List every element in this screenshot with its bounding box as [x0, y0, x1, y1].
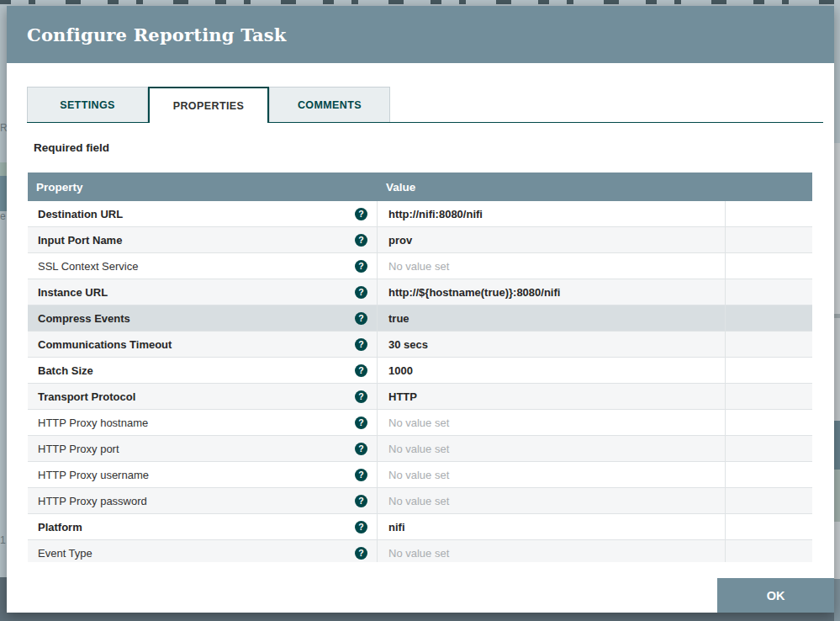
ok-button-label: OK [767, 589, 785, 602]
property-cell: HTTP Proxy username ? [28, 462, 378, 487]
tab-label: COMMENTS [298, 99, 362, 111]
property-cell: Event Type ? [28, 540, 378, 562]
help-icon[interactable]: ? [355, 260, 367, 273]
property-cell: HTTP Proxy password ? [28, 488, 378, 513]
background-text-fragment: 1 [0, 535, 7, 545]
property-name: Transport Protocol [38, 390, 135, 403]
property-cell: Platform ? [28, 514, 378, 539]
property-name: HTTP Proxy username [38, 469, 149, 481]
table-row[interactable]: Event Type ? No value set [28, 540, 812, 562]
background-text-fragment: e [0, 211, 7, 221]
table-row[interactable]: HTTP Proxy username ? No value set [28, 462, 812, 488]
value-cell[interactable]: prov [378, 227, 726, 252]
table-row[interactable]: Communications Timeout ? 30 secs [28, 332, 812, 358]
help-icon[interactable]: ? [355, 286, 367, 299]
value-cell[interactable]: No value set [378, 462, 726, 487]
help-icon[interactable]: ? [355, 417, 367, 429]
properties-table: Property Value Destination URL ? http://… [28, 172, 812, 562]
filler-cell [726, 227, 812, 252]
table-row[interactable]: HTTP Proxy password ? No value set [28, 488, 812, 514]
property-name: Destination URL [38, 208, 123, 220]
property-value: No value set [388, 495, 449, 507]
property-value: No value set [388, 547, 449, 560]
background-fragment [834, 318, 840, 421]
filler-cell [726, 540, 812, 562]
property-cell: Input Port Name ? [28, 227, 378, 252]
tab-properties[interactable]: PROPERTIES [148, 87, 269, 123]
value-cell[interactable]: No value set [378, 410, 726, 435]
background-fragment [834, 470, 840, 522]
property-value: true [388, 312, 409, 325]
table-row[interactable]: Input Port Name ? prov [28, 227, 812, 253]
property-value: nifi [388, 521, 405, 533]
tab-underline [27, 122, 823, 123]
value-cell[interactable]: 1000 [378, 358, 726, 383]
table-row[interactable]: Transport Protocol ? HTTP [28, 384, 812, 410]
value-cell[interactable]: http://nifi:8080/nifi [378, 201, 726, 226]
filler-cell [726, 305, 812, 331]
value-cell[interactable]: 30 secs [378, 332, 726, 357]
filler-cell [726, 488, 812, 513]
table-row[interactable]: Batch Size ? 1000 [28, 358, 812, 384]
column-header-value: Value [378, 181, 726, 194]
property-value: No value set [388, 417, 449, 429]
property-value: 30 secs [388, 338, 428, 351]
help-icon[interactable]: ? [355, 443, 367, 455]
property-cell: Batch Size ? [28, 358, 378, 383]
property-name: Event Type [38, 547, 92, 560]
property-name: Compress Events [38, 312, 130, 325]
help-icon[interactable]: ? [355, 312, 367, 325]
table-row[interactable]: HTTP Proxy hostname ? No value set [28, 410, 812, 436]
property-name: SSL Context Service [38, 260, 138, 273]
property-name: HTTP Proxy port [38, 443, 119, 455]
dialog-header: Configure Reporting Task [7, 6, 834, 63]
help-icon[interactable]: ? [355, 364, 367, 377]
filler-cell [726, 514, 812, 539]
property-cell: HTTP Proxy hostname ? [28, 410, 378, 435]
value-cell[interactable]: No value set [378, 488, 726, 513]
filler-cell [726, 332, 812, 357]
value-cell[interactable]: true [378, 305, 726, 331]
value-cell[interactable]: No value set [378, 253, 726, 279]
table-row[interactable]: Destination URL ? http://nifi:8080/nifi [28, 201, 812, 227]
property-value: prov [388, 234, 412, 247]
filler-cell [726, 436, 812, 461]
configure-reporting-task-dialog: Configure Reporting Task SETTINGS PROPER… [7, 6, 834, 613]
help-icon[interactable]: ? [355, 234, 367, 247]
property-value: No value set [388, 469, 449, 481]
help-icon[interactable]: ? [355, 338, 367, 351]
value-cell[interactable]: http://${hostname(true)}:8080/nifi [378, 279, 726, 305]
filler-cell [726, 279, 812, 305]
property-cell: HTTP Proxy port ? [28, 436, 378, 461]
value-cell[interactable]: nifi [378, 514, 726, 539]
table-row[interactable]: HTTP Proxy port ? No value set [28, 436, 812, 462]
ok-button[interactable]: OK [717, 578, 834, 613]
help-icon[interactable]: ? [355, 521, 367, 533]
background-fragment [0, 176, 7, 211]
property-name: Platform [38, 521, 82, 533]
table-row[interactable]: SSL Context Service ? No value set [28, 253, 812, 279]
table-row[interactable]: Compress Events ? true [28, 305, 812, 332]
property-name: Instance URL [38, 286, 108, 299]
tab-label: SETTINGS [60, 99, 115, 111]
help-icon[interactable]: ? [355, 547, 367, 560]
help-icon[interactable]: ? [355, 208, 367, 220]
table-row[interactable]: Platform ? nifi [28, 514, 812, 540]
filler-cell [726, 410, 812, 435]
table-row[interactable]: Instance URL ? http://${hostname(true)}:… [28, 279, 812, 305]
property-value: http://${hostname(true)}:8080/nifi [388, 286, 560, 299]
tab-comments[interactable]: COMMENTS [269, 87, 390, 122]
help-icon[interactable]: ? [355, 495, 367, 507]
tab-settings[interactable]: SETTINGS [27, 87, 148, 122]
value-cell[interactable]: No value set [378, 436, 726, 461]
value-cell[interactable]: No value set [378, 540, 726, 562]
dialog-title: Configure Reporting Task [27, 24, 287, 45]
property-name: Batch Size [38, 364, 93, 377]
property-value: 1000 [388, 364, 413, 377]
filler-cell [726, 201, 812, 226]
property-name: Input Port Name [38, 234, 122, 247]
help-icon[interactable]: ? [355, 469, 367, 481]
property-name: Communications Timeout [38, 338, 172, 351]
value-cell[interactable]: HTTP [378, 384, 726, 409]
help-icon[interactable]: ? [355, 390, 367, 403]
